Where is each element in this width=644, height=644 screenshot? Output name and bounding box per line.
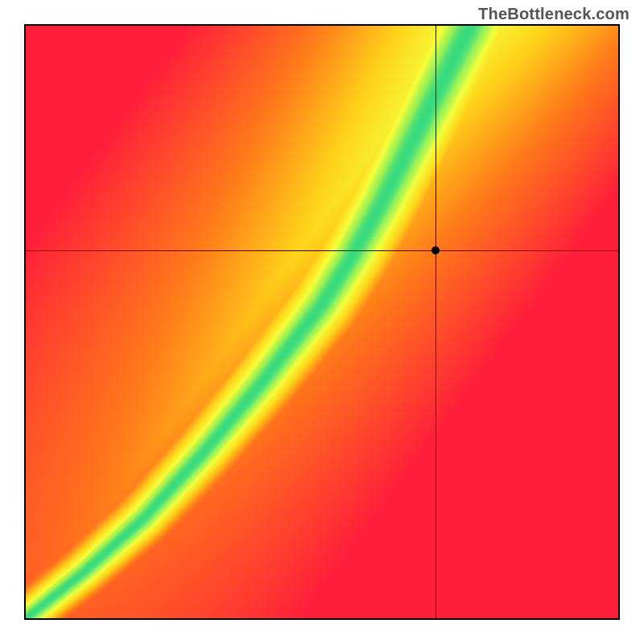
chart-stage: TheBottleneck.com	[0, 0, 644, 644]
heatmap-canvas	[24, 24, 620, 620]
heatmap-plot	[24, 24, 620, 620]
watermark-text: TheBottleneck.com	[478, 5, 630, 23]
